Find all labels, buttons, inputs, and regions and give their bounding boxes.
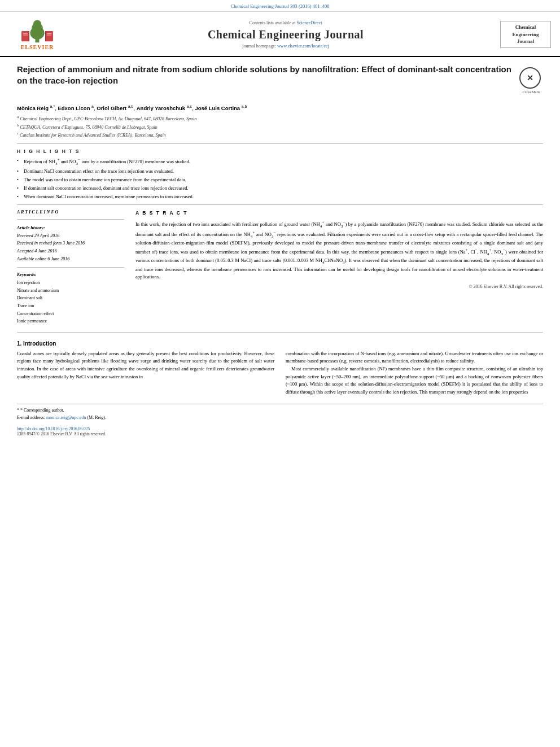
keywords-label: Keywords: bbox=[17, 272, 124, 277]
crossmark-badge: ✕ CrossMark bbox=[519, 67, 543, 94]
copyright-line: © 2016 Elsevier B.V. All rights reserved… bbox=[135, 283, 543, 290]
article-body: Rejection of ammonium and nitrate from s… bbox=[0, 57, 560, 445]
intro-col-1: Coastal zones are typically densely popu… bbox=[17, 350, 274, 396]
divider-2 bbox=[17, 204, 543, 205]
abstract-section: A B S T R A C T In this work, the reject… bbox=[135, 209, 543, 325]
highlight-5: When dominant NaCl concentration increas… bbox=[17, 193, 543, 200]
available-date: Available online 6 June 2016 bbox=[17, 256, 69, 261]
journal-name: Chemical Engineering Journal bbox=[77, 28, 495, 41]
highlight-1: Rejection of NH4+ and NO3− ions by a nan… bbox=[17, 157, 543, 167]
doi-link[interactable]: http://dx.doi.org/10.1016/j.cej.2016.06.… bbox=[17, 426, 90, 431]
journal-box-label: ChemicalEngineeringJournal bbox=[500, 21, 551, 48]
footnote-area: * * Corresponding author. E-mail address… bbox=[17, 404, 543, 422]
intro-heading: 1. Introduction bbox=[17, 340, 543, 347]
svg-rect-5 bbox=[29, 31, 29, 41]
divider-1 bbox=[17, 143, 543, 144]
highlight-3: The model was used to obtain membrane io… bbox=[17, 176, 543, 184]
svg-rect-8 bbox=[45, 31, 53, 41]
keyword-2: Nitrate and ammonium bbox=[17, 287, 124, 295]
intro-col-2: combination with the incorporation of N-… bbox=[286, 350, 543, 396]
sciencedirect-link[interactable]: ScienceDirect bbox=[297, 20, 322, 25]
journal-citation-bar: Chemical Engineering Journal 303 (2016) … bbox=[0, 0, 560, 12]
highlights-label: H I G H L I G H T S bbox=[17, 148, 543, 154]
elsevier-logo: ELSEVIER bbox=[9, 18, 65, 51]
intro-para-3: Most commercially available nanofiltrati… bbox=[286, 365, 543, 396]
abstract-text: In this work, the rejection of two ions … bbox=[135, 220, 543, 281]
article-title-area: Rejection of ammonium and nitrate from s… bbox=[17, 64, 514, 87]
footnote-corresponding-text: * Corresponding author. bbox=[20, 408, 64, 413]
svg-rect-9 bbox=[45, 31, 46, 41]
article-title: Rejection of ammonium and nitrate from s… bbox=[17, 64, 514, 87]
history-label: Article history: bbox=[17, 225, 45, 230]
intro-para-2: combination with the incorporation of N-… bbox=[286, 350, 543, 365]
highlight-2: Dominant NaCl concentration effect on th… bbox=[17, 168, 543, 175]
keyword-6: Ionic permeance bbox=[17, 317, 124, 325]
divider-3 bbox=[17, 219, 124, 220]
elsevier-brand-text: ELSEVIER bbox=[21, 44, 54, 50]
affiliation-b: b CETAQUA, Carretera d'Esplugues, 75, 08… bbox=[17, 123, 543, 131]
revised-date: Received in revised form 3 June 2016 bbox=[17, 241, 85, 246]
intro-para-1: Coastal zones are typically densely popu… bbox=[17, 350, 274, 381]
crossmark-icon: ✕ bbox=[519, 67, 541, 89]
highlight-4: If dominant salt concentration increased… bbox=[17, 185, 543, 192]
svg-rect-4 bbox=[21, 31, 29, 41]
keyword-4: Trace ion bbox=[17, 302, 124, 310]
title-section: Rejection of ammonium and nitrate from s… bbox=[17, 64, 543, 99]
received-date: Received 29 April 2016 bbox=[17, 233, 59, 238]
highlights-section: H I G H L I G H T S Rejection of NH4+ an… bbox=[17, 148, 543, 200]
affiliation-a: a Chemical Engineering Dept., UPC-Barcel… bbox=[17, 114, 543, 123]
authors-line: Mònica Reig a,*, Edxon Licon a, Oriol Gi… bbox=[17, 104, 543, 111]
accepted-date: Accepted 4 June 2016 bbox=[17, 248, 56, 254]
footnote-corresponding: * * Corresponding author. bbox=[17, 407, 543, 414]
keyword-3: Dominant salt bbox=[17, 294, 124, 302]
keyword-1: Ion rejection bbox=[17, 279, 124, 287]
divider-4 bbox=[17, 267, 124, 268]
footnote-email-line: E-mail address: monica.reig@upc.edu (M. … bbox=[17, 414, 543, 422]
affiliation-c: c Catalan Institute for Research and Adv… bbox=[17, 130, 543, 139]
intro-body-columns: Coastal zones are typically densely popu… bbox=[17, 350, 543, 396]
journal-citation: Chemical Engineering Journal 303 (2016) … bbox=[231, 3, 330, 9]
svg-point-3 bbox=[33, 20, 41, 28]
affiliations: a Chemical Engineering Dept., UPC-Barcel… bbox=[17, 114, 543, 139]
abstract-label: A B S T R A C T bbox=[135, 209, 543, 217]
info-abstract-row: A R T I C L E I N F O Article history: R… bbox=[17, 209, 543, 325]
authors-text: Mònica Reig a,*, Edxon Licon a, Oriol Gi… bbox=[17, 105, 247, 111]
sciencedirect-line: Contents lists available at ScienceDirec… bbox=[77, 20, 495, 25]
divider-5 bbox=[17, 332, 543, 333]
keyword-5: Concentration effect bbox=[17, 310, 124, 318]
journal-header: ELSEVIER Contents lists available at Sci… bbox=[0, 12, 560, 57]
email-label: E-mail address: bbox=[17, 415, 45, 420]
journal-title-area: Contents lists available at ScienceDirec… bbox=[77, 20, 495, 49]
issn-line: 1385-8947/© 2016 Elsevier B.V. All right… bbox=[17, 431, 543, 436]
crossmark-label: CrossMark bbox=[519, 90, 543, 94]
introduction-section: 1. Introduction Coastal zones are typica… bbox=[17, 340, 543, 396]
keywords-section: Keywords: Ion rejection Nitrate and ammo… bbox=[17, 272, 124, 325]
journal-homepage-link[interactable]: www.elsevier.com/locate/cej bbox=[277, 43, 329, 49]
doi-section: http://dx.doi.org/10.1016/j.cej.2016.06.… bbox=[17, 426, 543, 436]
email-suffix: (M. Reig). bbox=[87, 415, 106, 420]
journal-homepage-line: journal homepage: www.elsevier.com/locat… bbox=[77, 43, 495, 49]
article-info-section: A R T I C L E I N F O Article history: R… bbox=[17, 209, 124, 325]
author-email-link[interactable]: monica.reig@upc.edu bbox=[46, 415, 86, 420]
article-info-label: A R T I C L E I N F O bbox=[17, 209, 124, 215]
elsevier-tree-icon bbox=[18, 19, 57, 43]
doi-link-line: http://dx.doi.org/10.1016/j.cej.2016.06.… bbox=[17, 426, 543, 431]
article-history: Article history: Received 29 April 2016 … bbox=[17, 224, 124, 263]
publisher-logo-area: ELSEVIER bbox=[9, 18, 71, 51]
